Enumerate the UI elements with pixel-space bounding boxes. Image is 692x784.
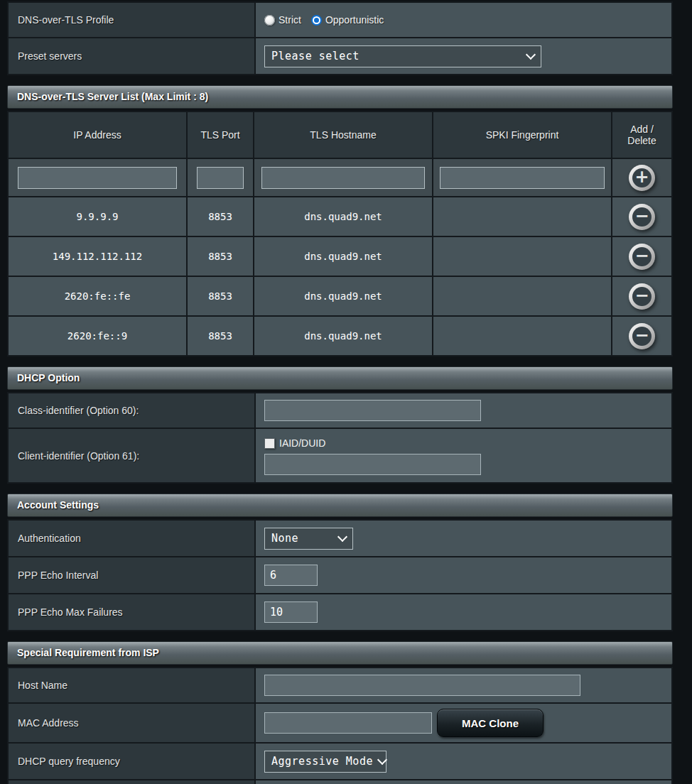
server-port: 8853	[187, 197, 254, 236]
special-requirement-section-title: Special Requirement from ISP	[7, 641, 673, 665]
delete-icon: −	[632, 207, 652, 227]
dns-profile-radio-group: Strict Opportunistic	[264, 14, 671, 26]
dhcp-option-table: Class-identifier (Option 60): Client-ide…	[7, 392, 673, 484]
ppp-echo-max-failures-label: PPP Echo Max Failures	[8, 594, 255, 631]
preset-servers-select[interactable]: Please select	[264, 45, 541, 67]
server-hostname: dns.quad9.net	[254, 236, 433, 276]
chevron-down-icon	[377, 754, 387, 764]
col-header-add-delete: Add / Delete	[612, 111, 672, 158]
table-row: 2620:fe::fe 8853 dns.quad9.net −	[8, 276, 672, 316]
client-identifier-input[interactable]	[264, 454, 481, 475]
server-spki	[433, 276, 612, 316]
table-row: PPP Echo Interval	[8, 557, 672, 594]
server-spki	[433, 236, 612, 276]
authentication-label: Authentication	[8, 520, 255, 557]
strict-radio[interactable]	[264, 15, 275, 26]
server-port: 8853	[187, 276, 254, 316]
table-row: 9.9.9.9 8853 dns.quad9.net −	[8, 197, 672, 236]
mac-clone-button[interactable]: MAC Clone	[437, 709, 544, 737]
mac-address-row: MAC Clone	[264, 709, 671, 737]
host-name-input[interactable]	[264, 675, 580, 696]
special-requirement-table: Host Name MAC Address MAC Clone DHCP que…	[7, 667, 673, 784]
server-ip: 9.9.9.9	[8, 197, 187, 236]
wan-settings-page: DNS-over-TLS Profile Strict Opportunisti…	[7, 0, 673, 784]
authentication-select[interactable]: None	[264, 528, 353, 550]
delete-server-button[interactable]: −	[629, 244, 655, 270]
table-row: Client-identifier (Option 61): IAID/DUID	[8, 428, 672, 483]
new-ip-address-input[interactable]	[18, 167, 177, 189]
table-row: PPP Echo Max Failures	[8, 594, 672, 631]
client-identifier-label: Client-identifier (Option 61):	[8, 428, 255, 483]
server-list-section-title: DNS-over-TLS Server List (Max Limit : 8)	[7, 85, 673, 109]
preset-servers-label: Preset servers	[8, 38, 255, 75]
add-server-button[interactable]: +	[629, 165, 655, 191]
server-port: 8853	[187, 316, 254, 356]
delete-server-button[interactable]: −	[629, 323, 655, 349]
col-header-ip-address: IP Address	[8, 111, 187, 158]
col-header-add-delete-line1: Add /	[613, 124, 671, 135]
iaid-duid-checkbox-label: IAID/DUID	[279, 437, 325, 449]
new-spki-fingerprint-input[interactable]	[440, 167, 605, 189]
mac-address-input[interactable]	[264, 712, 432, 734]
account-settings-section-title: Account Settings	[7, 494, 673, 517]
server-ip: 2620:fe::9	[8, 316, 187, 356]
server-spki	[433, 197, 612, 236]
dhcp-query-frequency-label: DHCP query frequency	[8, 743, 255, 780]
server-hostname: dns.quad9.net	[254, 276, 433, 316]
mac-address-label: MAC Address	[8, 703, 255, 743]
col-header-spki-fingerprint: SPKI Fingerprint	[433, 111, 612, 158]
authentication-select-value: None	[271, 532, 298, 545]
new-tls-hostname-input[interactable]	[261, 167, 425, 189]
add-icon: +	[632, 168, 652, 187]
col-header-add-delete-line2: Delete	[613, 135, 671, 146]
opportunistic-radio-label: Opportunistic	[325, 14, 384, 26]
table-row: Authentication None	[8, 520, 672, 557]
dns-profile-table: DNS-over-TLS Profile Strict Opportunisti…	[7, 1, 673, 75]
dhcp-option-section-title: DHCP Option	[7, 366, 673, 390]
table-row: Preset servers Please select	[8, 38, 672, 75]
table-row: DNS-over-TLS Profile Strict Opportunisti…	[8, 2, 672, 38]
dns-server-list-table: IP Address TLS Port TLS Hostname SPKI Fi…	[7, 111, 673, 356]
iaid-duid-checkbox[interactable]	[264, 438, 275, 449]
iaid-duid-check-row: IAID/DUID	[264, 437, 671, 449]
host-name-label: Host Name	[8, 668, 255, 703]
class-identifier-input[interactable]	[264, 400, 481, 421]
chevron-down-icon	[337, 531, 347, 541]
ppp-echo-max-failures-input[interactable]	[264, 601, 318, 623]
ppp-echo-interval-label: PPP Echo Interval	[8, 557, 255, 594]
new-server-input-row: +	[8, 158, 672, 197]
table-row: MAC Address MAC Clone	[8, 703, 672, 743]
dhcp-query-frequency-select-value: Aggressive Mode	[271, 755, 373, 768]
server-hostname: dns.quad9.net	[254, 197, 433, 236]
table-row: 149.112.112.112 8853 dns.quad9.net −	[8, 236, 672, 276]
extend-ttl-label: Extend the TTL value	[8, 780, 255, 784]
table-row: Extend the TTL value Yes No	[8, 780, 672, 784]
table-row: Host Name	[8, 668, 672, 703]
dns-over-tls-profile-label: DNS-over-TLS Profile	[8, 2, 255, 38]
server-spki	[433, 316, 612, 356]
server-ip: 2620:fe::fe	[8, 276, 187, 316]
account-settings-table: Authentication None PPP Echo Interval PP…	[7, 519, 673, 631]
opportunistic-radio[interactable]	[311, 15, 322, 26]
dns-over-tls-profile-options: Strict Opportunistic	[255, 2, 672, 38]
server-ip: 149.112.112.112	[8, 236, 187, 276]
col-header-tls-port: TLS Port	[187, 111, 254, 158]
delete-icon: −	[632, 287, 652, 306]
table-row: 2620:fe::9 8853 dns.quad9.net −	[8, 316, 672, 356]
server-port: 8853	[187, 236, 254, 276]
delete-icon: −	[632, 327, 652, 346]
new-tls-port-input[interactable]	[197, 167, 244, 189]
delete-server-button[interactable]: −	[629, 283, 655, 310]
table-row: Class-identifier (Option 60):	[8, 393, 672, 428]
dhcp-query-frequency-select[interactable]: Aggressive Mode	[264, 751, 386, 773]
preset-servers-select-value: Please select	[271, 50, 359, 62]
col-header-tls-hostname: TLS Hostname	[254, 111, 433, 158]
server-hostname: dns.quad9.net	[254, 316, 433, 356]
chevron-down-icon	[526, 49, 536, 59]
delete-server-button[interactable]: −	[629, 204, 655, 230]
table-header-row: IP Address TLS Port TLS Hostname SPKI Fi…	[8, 111, 672, 158]
ppp-echo-interval-input[interactable]	[264, 565, 318, 586]
delete-icon: −	[632, 247, 652, 266]
preset-servers-cell: Please select	[255, 38, 672, 75]
strict-radio-label: Strict	[279, 14, 301, 26]
